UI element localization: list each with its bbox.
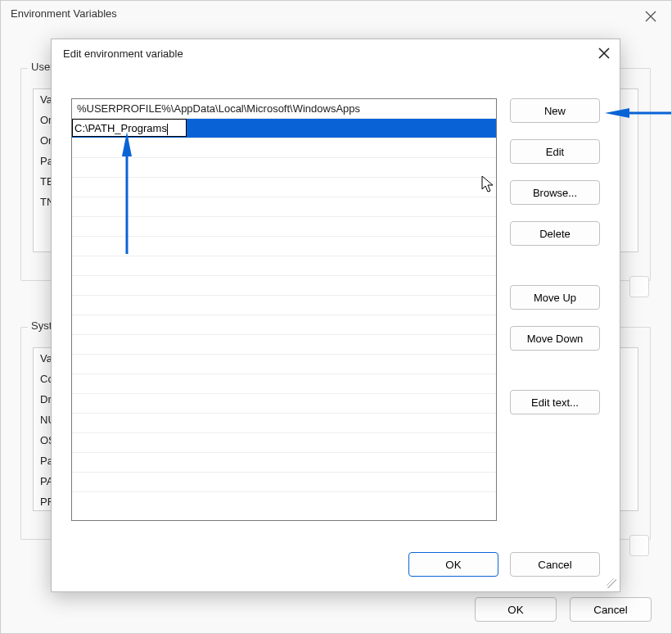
parent-ok-button[interactable]: OK xyxy=(475,597,557,622)
list-item[interactable] xyxy=(72,453,496,473)
resize-grip-icon[interactable] xyxy=(607,578,616,588)
close-icon[interactable] xyxy=(638,6,663,28)
list-item[interactable] xyxy=(72,197,496,217)
new-button[interactable]: New xyxy=(510,98,600,123)
close-icon[interactable] xyxy=(598,48,610,61)
list-item[interactable] xyxy=(72,158,496,178)
ok-button[interactable]: OK xyxy=(408,552,498,577)
parent-cancel-button[interactable]: Cancel xyxy=(570,597,652,622)
move-down-button[interactable]: Move Down xyxy=(510,326,600,351)
edit-env-var-title: Edit environment variable xyxy=(63,48,183,60)
browse-button[interactable]: Browse... xyxy=(510,180,600,205)
list-item[interactable] xyxy=(72,217,496,237)
text-caret xyxy=(167,124,168,135)
list-item[interactable] xyxy=(72,355,496,374)
list-item[interactable] xyxy=(72,256,496,276)
env-vars-title: Environment Variables xyxy=(11,7,117,20)
list-item-editing[interactable]: C:\PATH_Programs xyxy=(72,119,496,138)
list-item[interactable] xyxy=(72,178,496,197)
list-item[interactable] xyxy=(72,374,496,394)
edit-text-button[interactable]: Edit text... xyxy=(510,390,600,414)
list-item[interactable] xyxy=(72,473,496,492)
list-item[interactable] xyxy=(72,315,496,335)
ghost-button xyxy=(629,535,649,556)
ghost-button xyxy=(629,276,649,297)
list-item[interactable] xyxy=(72,276,496,296)
list-item[interactable] xyxy=(72,237,496,256)
list-item[interactable] xyxy=(72,394,496,414)
edit-env-var-dialog: Edit environment variable %USERPROFILE%\… xyxy=(51,38,620,592)
list-item[interactable] xyxy=(72,414,496,433)
list-item[interactable] xyxy=(72,296,496,315)
list-item[interactable] xyxy=(72,433,496,453)
list-item[interactable] xyxy=(72,335,496,355)
delete-button[interactable]: Delete xyxy=(510,221,600,246)
edit-button[interactable]: Edit xyxy=(510,139,600,164)
path-entries-list[interactable]: %USERPROFILE%\AppData\Local\Microsoft\Wi… xyxy=(71,98,497,521)
path-edit-input: C:\PATH_Programs xyxy=(72,119,187,137)
cancel-button[interactable]: Cancel xyxy=(510,552,600,577)
list-item[interactable]: %USERPROFILE%\AppData\Local\Microsoft\Wi… xyxy=(72,99,496,119)
path-edit-value[interactable]: C:\PATH_Programs xyxy=(74,122,167,134)
list-item[interactable] xyxy=(72,138,496,158)
move-up-button[interactable]: Move Up xyxy=(510,285,600,310)
